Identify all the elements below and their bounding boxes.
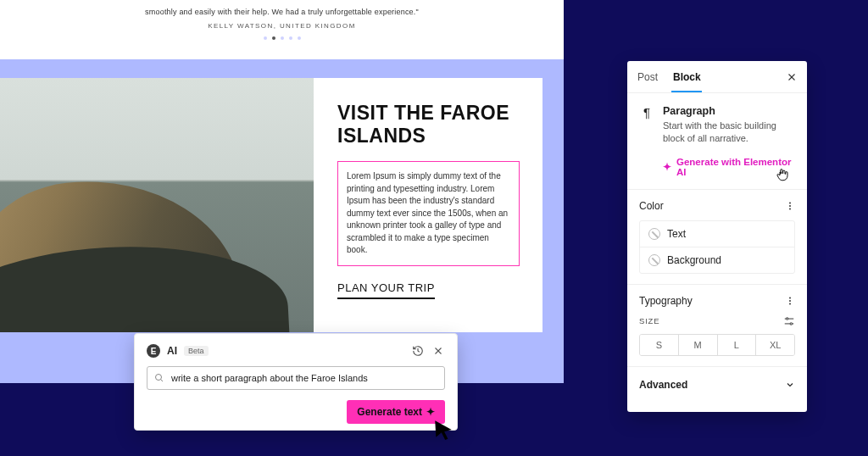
hand-cursor-icon xyxy=(775,167,790,182)
color-list: Text Background xyxy=(639,220,795,274)
ai-title: AI xyxy=(167,345,177,357)
generate-text-button[interactable]: Generate text ✦ xyxy=(347,400,445,424)
size-option-xl[interactable]: XL xyxy=(756,335,794,355)
elementor-logo-icon: E xyxy=(147,344,160,358)
svg-point-9 xyxy=(789,297,791,298)
svg-point-8 xyxy=(789,208,791,209)
paragraph-icon: ¶ xyxy=(639,105,654,145)
no-color-swatch-icon xyxy=(648,228,660,240)
sparkle-icon: ✦ xyxy=(426,406,435,418)
hero-heading: VISIT THE FAROE ISLANDS xyxy=(337,102,526,147)
svg-point-13 xyxy=(787,318,788,320)
block-header: ¶ Paragraph Start with the basic buildin… xyxy=(627,93,807,148)
selected-paragraph[interactable]: Lorem Ipsum is simply dummy text of the … xyxy=(337,161,520,266)
block-description: Start with the basic building block of a… xyxy=(663,120,795,145)
block-inspector-panel: Post Block ¶ Paragraph Start with the ba… xyxy=(627,61,807,412)
size-option-l[interactable]: L xyxy=(718,335,757,355)
beta-badge: Beta xyxy=(184,346,209,356)
generate-with-ai-link[interactable]: ✦ Generate with Elementor AI xyxy=(627,148,807,189)
panel-tabs: Post Block xyxy=(627,61,807,93)
tab-post[interactable]: Post xyxy=(637,61,658,92)
history-icon[interactable] xyxy=(411,344,425,358)
panel-close-icon[interactable] xyxy=(787,72,797,82)
hero-text: VISIT THE FAROE ISLANDS Lorem Ipsum is s… xyxy=(314,78,542,332)
testimonial-pager[interactable] xyxy=(0,36,564,40)
advanced-section-toggle[interactable]: Advanced xyxy=(627,366,807,403)
testimonial-quote: smoothly and easily with their help. We … xyxy=(0,7,564,17)
ai-popup-header: E AI Beta xyxy=(147,344,445,358)
svg-point-6 xyxy=(789,202,791,203)
chevron-down-icon xyxy=(785,380,795,390)
cursor-pointer-icon xyxy=(432,419,454,441)
typography-section: Typography SIZE S M L XL xyxy=(627,284,807,366)
svg-point-10 xyxy=(789,300,791,302)
no-color-swatch-icon xyxy=(648,254,660,266)
svg-point-11 xyxy=(789,303,791,304)
tab-block[interactable]: Block xyxy=(673,61,701,92)
block-title: Paragraph xyxy=(663,105,795,117)
close-icon[interactable] xyxy=(431,344,445,358)
page-canvas: smoothly and easily with their help. We … xyxy=(0,0,564,383)
svg-point-2 xyxy=(156,375,162,381)
search-icon xyxy=(154,373,164,383)
size-option-s[interactable]: S xyxy=(640,335,679,355)
size-option-m[interactable]: M xyxy=(679,335,718,355)
ai-prompt-input[interactable] xyxy=(171,373,437,383)
ai-prompt-field[interactable] xyxy=(147,366,445,390)
hero-card: VISIT THE FAROE ISLANDS Lorem Ipsum is s… xyxy=(0,78,542,332)
color-heading: Color xyxy=(639,200,664,212)
size-label: SIZE xyxy=(639,316,659,325)
svg-line-3 xyxy=(161,380,164,382)
color-row-text[interactable]: Text xyxy=(640,221,794,247)
testimonial-author: KELLY WATSON, UNITED KINGDOM xyxy=(0,22,564,30)
ai-popup: E AI Beta Generate text ✦ xyxy=(134,333,458,431)
size-segmented-control: S M L XL xyxy=(639,334,795,356)
sparkle-icon: ✦ xyxy=(663,161,671,173)
testimonial-block: smoothly and easily with their help. We … xyxy=(0,0,564,59)
color-section: Color Text Background xyxy=(627,189,807,284)
svg-point-15 xyxy=(790,322,792,324)
sliders-icon[interactable] xyxy=(783,315,795,327)
kebab-menu-icon[interactable] xyxy=(785,296,795,306)
kebab-menu-icon[interactable] xyxy=(785,201,795,211)
svg-point-7 xyxy=(789,205,791,207)
typography-heading: Typography xyxy=(639,295,693,307)
hero-image xyxy=(0,78,314,332)
plan-trip-link[interactable]: PLAN YOUR TRIP xyxy=(337,281,435,299)
color-row-background[interactable]: Background xyxy=(640,247,794,273)
